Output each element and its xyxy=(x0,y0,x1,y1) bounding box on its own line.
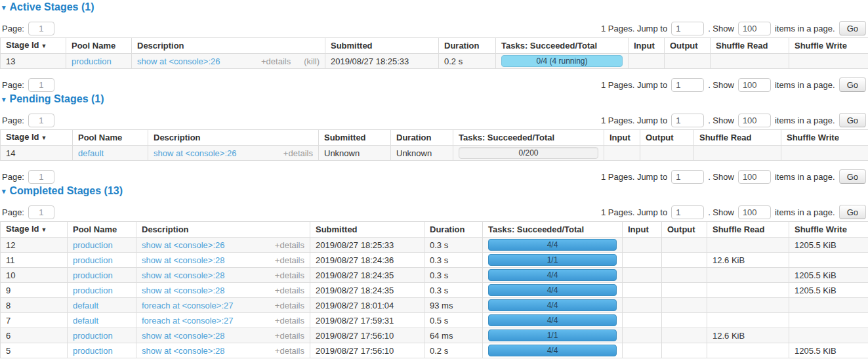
show-count-input[interactable] xyxy=(738,205,771,219)
description-link[interactable]: show at <console>:28 xyxy=(142,255,224,265)
cell-pool-name-link[interactable]: production xyxy=(73,255,113,265)
cell-description: show at <console>:26+details xyxy=(148,146,319,161)
column-header-stage-id[interactable]: Stage Id▼ xyxy=(1,38,66,54)
description-link[interactable]: foreach at <console>:27 xyxy=(142,301,234,310)
cell-pool-name-link[interactable]: production xyxy=(73,240,113,250)
page-number-input[interactable] xyxy=(28,78,54,92)
description-link[interactable]: show at <console>:28 xyxy=(142,286,224,295)
column-header-description[interactable]: Description xyxy=(132,38,325,54)
page-number-input[interactable] xyxy=(28,22,54,35)
go-button[interactable]: Go xyxy=(839,77,866,92)
cell-pool-name-link[interactable]: production xyxy=(73,331,113,341)
show-label: . Show xyxy=(708,207,734,217)
details-toggle[interactable]: +details xyxy=(275,331,304,341)
pagination-row: Page: 1 Pages. Jump to . Show items in a… xyxy=(0,113,868,127)
jump-to-input[interactable] xyxy=(671,170,704,184)
page-number-input[interactable] xyxy=(28,170,54,184)
cell-pool-name-link[interactable]: production xyxy=(73,346,113,356)
go-button[interactable]: Go xyxy=(839,21,866,35)
cell-output xyxy=(662,268,707,283)
details-toggle[interactable]: +details xyxy=(275,346,304,356)
column-header-input[interactable]: Input xyxy=(629,38,665,54)
cell-pool-name-link[interactable]: default xyxy=(73,301,98,310)
cell-stage-id: 12 xyxy=(1,238,68,253)
column-header-label: Stage Id xyxy=(6,224,39,234)
column-header-shuffle-write[interactable]: Shuffle Write xyxy=(789,38,868,54)
column-header-label: Shuffle Write xyxy=(795,41,847,51)
section-heading[interactable]: ▾ Pending Stages (1) xyxy=(2,93,868,105)
column-header-stage-id[interactable]: Stage Id▼ xyxy=(1,222,68,238)
details-toggle[interactable]: +details xyxy=(261,56,291,66)
task-progress-bar: 0/200 xyxy=(459,147,598,159)
details-toggle[interactable]: +details xyxy=(283,148,313,158)
page-number-input[interactable] xyxy=(28,205,54,219)
column-header-tasks-succeeded-total[interactable]: Tasks: Succeeded/Total xyxy=(483,222,623,238)
column-header-tasks-succeeded-total[interactable]: Tasks: Succeeded/Total xyxy=(496,38,629,54)
column-header-output[interactable]: Output xyxy=(665,38,711,54)
column-header-input[interactable]: Input xyxy=(604,130,640,146)
description-link[interactable]: show at <console>:26 xyxy=(142,240,224,250)
stage-section: ▾ Pending Stages (1) Page: 1 Pages. Jump… xyxy=(0,93,868,184)
details-toggle[interactable]: +details xyxy=(275,240,304,250)
cell-pool-name-link[interactable]: default xyxy=(78,148,104,158)
page-number-input[interactable] xyxy=(28,114,54,127)
go-button[interactable]: Go xyxy=(839,113,866,127)
details-toggle[interactable]: +details xyxy=(275,316,304,326)
jump-to-input[interactable] xyxy=(671,205,704,219)
cell-pool-name-link[interactable]: production xyxy=(73,270,113,280)
column-header-description[interactable]: Description xyxy=(136,222,310,238)
description-link[interactable]: show at <console>:28 xyxy=(142,346,224,356)
section-heading[interactable]: ▾ Active Stages (1) xyxy=(2,1,868,13)
column-header-submitted[interactable]: Submitted xyxy=(310,222,424,238)
cell-pool-name-link[interactable]: default xyxy=(73,316,98,326)
column-header-submitted[interactable]: Submitted xyxy=(319,130,391,146)
column-header-pool-name[interactable]: Pool Name xyxy=(73,130,148,146)
column-header-shuffle-write[interactable]: Shuffle Write xyxy=(781,130,868,146)
column-header-shuffle-read[interactable]: Shuffle Read xyxy=(711,38,789,54)
column-header-shuffle-read[interactable]: Shuffle Read xyxy=(694,130,781,146)
column-header-shuffle-write[interactable]: Shuffle Write xyxy=(789,222,868,238)
show-count-input[interactable] xyxy=(738,78,771,92)
column-header-tasks-succeeded-total[interactable]: Tasks: Succeeded/Total xyxy=(453,130,604,146)
cell-pool-name-link[interactable]: production xyxy=(72,56,112,66)
column-header-stage-id[interactable]: Stage Id▼ xyxy=(1,130,73,146)
column-header-shuffle-read[interactable]: Shuffle Read xyxy=(707,222,789,238)
go-button[interactable]: Go xyxy=(839,169,866,184)
details-toggle[interactable]: +details xyxy=(275,255,304,265)
column-header-pool-name[interactable]: Pool Name xyxy=(66,38,132,54)
kill-link[interactable]: (kill) xyxy=(304,56,320,66)
column-header-output[interactable]: Output xyxy=(640,130,694,146)
details-toggle[interactable]: +details xyxy=(275,301,304,310)
details-toggle[interactable]: +details xyxy=(275,286,304,295)
description-link[interactable]: foreach at <console>:27 xyxy=(142,316,234,326)
cell-pool-name: production xyxy=(68,328,136,343)
details-toggle[interactable]: +details xyxy=(275,270,304,280)
description-link[interactable]: show at <console>:28 xyxy=(142,270,224,280)
show-count-input[interactable] xyxy=(738,170,771,184)
table-row: 9productionshow at <console>:28+details2… xyxy=(1,283,868,298)
column-header-submitted[interactable]: Submitted xyxy=(325,38,439,54)
jump-to-input[interactable] xyxy=(671,114,704,127)
go-button[interactable]: Go xyxy=(839,205,866,219)
sort-desc-icon: ▼ xyxy=(41,43,47,49)
task-progress-bar: 4/4 xyxy=(488,239,617,251)
description-link[interactable]: show at <console>:28 xyxy=(142,331,224,341)
description-link[interactable]: show at <console>:26 xyxy=(154,148,236,158)
show-count-input[interactable] xyxy=(738,114,771,127)
column-header-duration[interactable]: Duration xyxy=(439,38,496,54)
cell-description: show at <console>:28+details xyxy=(136,253,310,268)
section-heading[interactable]: ▾ Completed Stages (13) xyxy=(2,185,868,197)
description-link[interactable]: show at <console>:26 xyxy=(137,56,220,66)
column-header-description[interactable]: Description xyxy=(148,130,319,146)
cell-stage-id: 8 xyxy=(1,298,68,313)
show-count-input[interactable] xyxy=(738,22,771,35)
jump-to-input[interactable] xyxy=(671,22,704,35)
column-header-label: Pool Name xyxy=(72,41,115,51)
jump-to-input[interactable] xyxy=(671,78,704,92)
column-header-duration[interactable]: Duration xyxy=(424,222,483,238)
column-header-input[interactable]: Input xyxy=(623,222,662,238)
column-header-output[interactable]: Output xyxy=(662,222,707,238)
column-header-pool-name[interactable]: Pool Name xyxy=(68,222,136,238)
cell-pool-name-link[interactable]: production xyxy=(73,286,113,295)
column-header-duration[interactable]: Duration xyxy=(391,130,453,146)
